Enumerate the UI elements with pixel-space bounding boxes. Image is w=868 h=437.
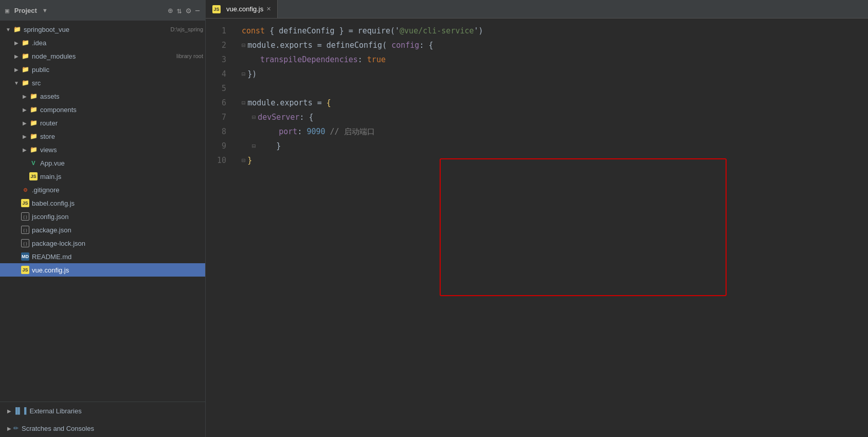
js-icon: JS [29, 172, 38, 181]
token: 9090 [306, 128, 325, 136]
token: : [358, 56, 367, 64]
json-icon: { } [21, 239, 30, 248]
gear-icon[interactable]: ⚙ [186, 6, 191, 15]
token: } = [339, 27, 358, 35]
token: config [391, 42, 419, 49]
tree-item-springboot-vue[interactable]: ▼ 📁 springboot_vue D:\xjs_spring [0, 23, 205, 36]
token: @vue/cli-service [400, 27, 474, 35]
code-lines: const { defineConfig } = require (' @vue… [231, 24, 868, 432]
token: { [327, 99, 331, 107]
layout-icon[interactable]: ⇅ [177, 6, 182, 15]
editor-panel: JS vue.config.js ✕ 1 2 3 4 5 6 7 8 9 10 [206, 0, 868, 437]
token: }) [247, 70, 257, 78]
tree-label: src [32, 79, 203, 87]
tree-item-public[interactable]: ▶ 📁 public [0, 63, 205, 76]
scratches-item[interactable]: ▶ ✏ Scratches and Consoles [0, 420, 205, 437]
editor-content[interactable]: 1 2 3 4 5 6 7 8 9 10 const { defineConfi… [206, 19, 868, 437]
tree-label: babel.config.js [32, 199, 203, 207]
tree-arrow: ▶ [21, 107, 29, 113]
sidebar: ▣ Project ▼ ⊕ ⇅ ⚙ − ▼ 📁 springboot_vue D… [0, 0, 206, 437]
tree-item-views[interactable]: ▶ 📁 views [0, 143, 205, 156]
folder-icon: 📁 [29, 118, 38, 128]
tab-js-icon: JS [212, 5, 221, 14]
tree-item-main-js[interactable]: JS main.js [0, 170, 205, 183]
fold-icon[interactable]: ⊟ [242, 42, 245, 48]
minimize-icon[interactable]: − [195, 6, 200, 15]
folder-icon: 📁 [29, 145, 38, 154]
token: ( [382, 42, 391, 49]
tree-label: package.json [32, 226, 203, 234]
line-num-10: 10 [211, 153, 226, 168]
tree-label: main.js [40, 173, 203, 180]
tree-item-package-json[interactable]: { } package.json [0, 223, 205, 236]
token: (' [390, 27, 400, 35]
vue-icon: V [29, 158, 38, 168]
folder-icon: 📁 [21, 65, 30, 74]
code-line-8: port : 9090 // 启动端口 [242, 124, 868, 139]
sidebar-header: ▣ Project ▼ ⊕ ⇅ ⚙ − [0, 0, 205, 21]
folder-icon: 📁 [29, 132, 38, 141]
tree-label: public [32, 66, 203, 74]
token: require [358, 27, 390, 35]
tree-arrow: ▼ [4, 27, 12, 32]
token: . [275, 99, 280, 107]
tree-arrow: ▶ [12, 53, 21, 59]
folder-icon: 📁 [21, 51, 30, 61]
tree-label: App.vue [40, 159, 203, 167]
tree-badge-library: library root [176, 53, 203, 59]
git-icon: ⚙ [21, 185, 30, 194]
tree-item-package-lock[interactable]: { } package-lock.json [0, 236, 205, 250]
tree-item-store[interactable]: ▶ 📁 store [0, 130, 205, 143]
code-line-5 [242, 81, 868, 96]
add-content-icon[interactable]: ⊕ [168, 6, 173, 15]
fold-icon[interactable]: ⊟ [252, 143, 256, 149]
json-icon: { } [21, 225, 30, 234]
tree-item-gitignore[interactable]: ⚙ .gitignore [0, 183, 205, 196]
tab-vue-config[interactable]: JS vue.config.js ✕ [206, 0, 278, 18]
token: transpileDependencies [242, 56, 358, 64]
js-icon: JS [21, 265, 30, 275]
tree-item-readme[interactable]: MD README.md [0, 250, 205, 263]
sidebar-toolbar: ⊕ ⇅ ⚙ − [168, 6, 200, 15]
token: = [313, 99, 327, 107]
scratches-label: Scratches and Consoles [22, 425, 94, 432]
tree-item-node-modules[interactable]: ▶ 📁 node_modules library root [0, 49, 205, 63]
project-tree: ▼ 📁 springboot_vue D:\xjs_spring ▶ 📁 .id… [0, 21, 205, 402]
token: } [258, 142, 281, 150]
tree-item-vue-config[interactable]: JS vue.config.js [0, 263, 205, 277]
tree-label: router [40, 119, 203, 127]
js-icon: JS [21, 198, 30, 208]
line-num-7: 7 [211, 110, 226, 124]
dropdown-arrow[interactable]: ▼ [43, 7, 47, 14]
token: = [313, 42, 327, 49]
tree-item-jsconfig[interactable]: { } jsconfig.json [0, 210, 205, 223]
tree-item-src[interactable]: ▼ 📁 src [0, 76, 205, 89]
tree-item-router[interactable]: ▶ 📁 router [0, 116, 205, 130]
tree-badge: D:\xjs_spring [170, 26, 203, 32]
folder-open-icon: 📁 [12, 25, 22, 34]
folder-icon: 📁 [29, 105, 38, 114]
tree-arrow: ▶ [21, 147, 29, 153]
token: module [247, 42, 275, 49]
tree-arrow: ▶ [21, 120, 29, 126]
token: true [367, 56, 386, 64]
tab-close-button[interactable]: ✕ [266, 6, 271, 12]
code-line-1: const { defineConfig } = require (' @vue… [242, 24, 868, 38]
external-libraries-item[interactable]: ▶ ▐▌▐ External Libraries [0, 402, 205, 420]
tree-label: README.md [32, 253, 203, 261]
tree-label: .gitignore [32, 186, 203, 194]
fold-icon[interactable]: ⊟ [242, 157, 245, 163]
fold-icon[interactable]: ⊟ [242, 100, 245, 106]
fold-icon[interactable]: ⊟ [252, 114, 256, 120]
code-line-4: ⊟ }) [242, 67, 868, 81]
line-numbers: 1 2 3 4 5 6 7 8 9 10 [206, 24, 231, 432]
json-icon: { } [21, 212, 30, 221]
tree-item-app-vue[interactable]: V App.vue [0, 156, 205, 170]
fold-icon[interactable]: ⊟ [242, 71, 245, 77]
tree-label: assets [40, 93, 203, 100]
tree-item-assets[interactable]: ▶ 📁 assets [0, 89, 205, 103]
tree-item-idea[interactable]: ▶ 📁 .idea [0, 36, 205, 49]
tree-item-components[interactable]: ▶ 📁 components [0, 103, 205, 116]
code-line-7: ⊟ devServer : { [242, 110, 868, 124]
tree-item-babel-config[interactable]: JS babel.config.js [0, 196, 205, 210]
